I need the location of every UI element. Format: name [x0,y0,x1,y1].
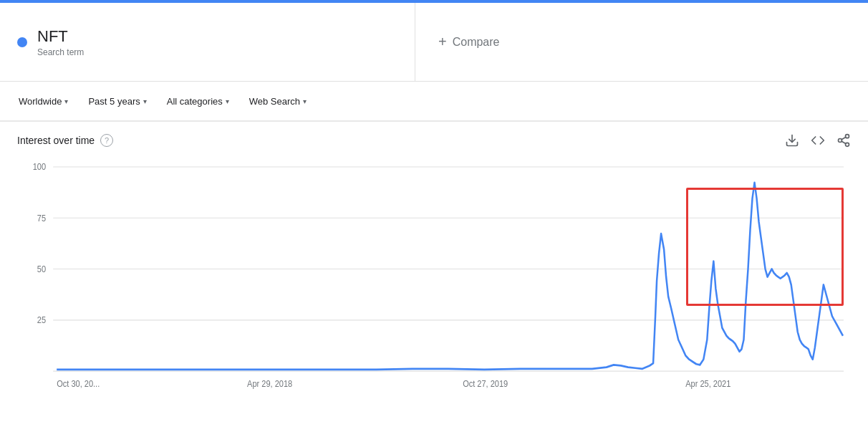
download-button[interactable] [785,133,799,148]
compare-panel: + Compare [415,3,868,81]
svg-text:Oct 30, 20...: Oct 30, 20... [57,380,100,389]
code-icon [811,133,825,148]
trend-chart: 100 75 50 25 Oct 30, 20... Apr 29, 2018 … [17,159,851,403]
plus-icon: + [438,34,447,50]
share-icon [836,133,851,148]
chart-actions [785,133,851,148]
svg-line-5 [842,137,846,139]
category-filter[interactable]: All categories ▾ [160,92,236,111]
chart-title: Interest over time [17,135,95,146]
search-term-panel: NFT Search term [0,3,415,81]
time-range-arrow: ▾ [143,97,147,105]
time-range-label: Past 5 years [88,96,140,107]
svg-text:25: 25 [37,316,46,325]
category-arrow: ▾ [226,97,229,105]
location-filter[interactable]: Worldwide ▾ [11,92,75,111]
location-label: Worldwide [19,96,62,107]
filters-bar: Worldwide ▾ Past 5 years ▾ All categorie… [0,82,868,122]
time-range-filter[interactable]: Past 5 years ▾ [81,92,153,111]
search-term-sublabel: Search term [37,47,84,57]
svg-text:Apr 25, 2021: Apr 25, 2021 [685,380,730,389]
search-type-label: Web Search [249,96,300,107]
svg-text:75: 75 [37,213,46,223]
chart-container: 100 75 50 25 Oct 30, 20... Apr 29, 2018 … [17,159,851,403]
svg-text:Oct 27, 2019: Oct 27, 2019 [463,380,508,389]
search-type-filter[interactable]: Web Search ▾ [242,92,314,111]
svg-text:50: 50 [37,265,46,274]
chart-section: Interest over time ? [0,122,868,414]
svg-text:100: 100 [33,163,46,172]
download-icon [785,133,799,148]
compare-button[interactable]: + Compare [438,34,500,50]
search-type-arrow: ▾ [303,97,307,105]
code-button[interactable] [811,133,825,148]
search-term-info: NFT Search term [37,27,84,57]
chart-title-area: Interest over time ? [17,134,113,147]
search-term-dot [17,37,27,47]
help-icon[interactable]: ? [100,134,113,147]
compare-label: Compare [453,36,500,49]
svg-line-4 [842,141,846,143]
chart-header: Interest over time ? [17,133,851,148]
share-button[interactable] [836,133,851,148]
category-label: All categories [167,96,223,107]
svg-text:Apr 29, 2018: Apr 29, 2018 [247,380,292,389]
search-term-name: NFT [37,27,84,46]
search-section: NFT Search term + Compare [0,3,868,82]
location-arrow: ▾ [64,97,68,105]
